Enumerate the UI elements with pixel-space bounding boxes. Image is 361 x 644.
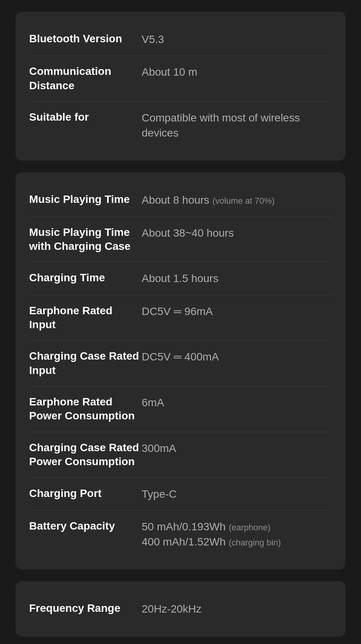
suitable-for-value: Compatible with most of wireless devices [142, 110, 332, 140]
music-playing-time-case-row: Music Playing Time with Charging Case Ab… [29, 217, 332, 263]
frequency-range-label: Frequency Range [29, 601, 142, 615]
charging-bin-note: (charging bin) [229, 538, 281, 547]
charging-case-rated-input-value: DC5V ═ 400mA [142, 349, 332, 364]
charging-port-row: Charging Port Type-C [29, 478, 332, 511]
earphone-rated-input-label: Earphone Rated Input [29, 304, 142, 332]
charging-case-rated-power-label: Charging Case Rated Power Consumption [29, 441, 142, 469]
bluetooth-card: Bluetooth Version V5.3 Communication Dis… [16, 12, 345, 161]
battery-capacity-row: Battery Capacity 50 mAh/0.193Wh (earphon… [29, 511, 332, 558]
frequency-range-row: Frequency Range 20Hz-20kHz [29, 593, 332, 625]
music-playing-time-value: About 8 hours (volume at 70%) [142, 192, 332, 208]
earphone-rated-input-value: DC5V ═ 96mA [142, 304, 332, 319]
charging-case-rated-input-label: Charging Case Rated Input [29, 349, 142, 377]
earphone-rated-input-row: Earphone Rated Input DC5V ═ 96mA [29, 295, 332, 341]
battery-capacity-value: 50 mAh/0.193Wh (earphone) 400 mAh/1.52Wh… [142, 519, 332, 549]
music-playing-time-case-value: About 38~40 hours [142, 225, 332, 241]
frequency-range-value: 20Hz-20kHz [142, 601, 332, 616]
battery-card: Music Playing Time About 8 hours (volume… [16, 172, 345, 570]
charging-case-rated-input-row: Charging Case Rated Input DC5V ═ 400mA [29, 341, 332, 386]
earphone-rated-power-value: 6mA [142, 395, 332, 410]
communication-distance-label: Communication Distance [29, 64, 142, 93]
earphone-note: (earphone) [229, 523, 271, 532]
charging-time-row: Charging Time About 1.5 hours [29, 262, 332, 295]
earphone-rated-power-label: Earphone Rated Power Consumption [29, 395, 142, 423]
charging-port-label: Charging Port [29, 486, 142, 500]
battery-capacity-label: Battery Capacity [29, 519, 142, 533]
bluetooth-version-label: Bluetooth Version [29, 32, 142, 46]
music-playing-time-row: Music Playing Time About 8 hours (volume… [29, 184, 332, 216]
charging-port-value: Type-C [142, 486, 332, 502]
communication-distance-row: Communication Distance About 10 m [29, 56, 332, 102]
music-playing-time-note: (volume at 70%) [212, 196, 274, 206]
charging-time-value: About 1.5 hours [142, 271, 332, 286]
communication-distance-value: About 10 m [142, 64, 332, 80]
charging-case-rated-power-value: 300mA [142, 441, 332, 456]
charging-case-rated-power-row: Charging Case Rated Power Consumption 30… [29, 432, 332, 478]
suitable-for-label: Suitable for [29, 110, 142, 124]
music-playing-time-label: Music Playing Time [29, 192, 142, 206]
charging-time-label: Charging Time [29, 271, 142, 285]
earphone-rated-power-row: Earphone Rated Power Consumption 6mA [29, 386, 332, 432]
bluetooth-version-value: V5.3 [142, 32, 332, 47]
music-playing-time-case-label: Music Playing Time with Charging Case [29, 225, 142, 254]
suitable-for-row: Suitable for Compatible with most of wir… [29, 102, 332, 149]
frequency-card: Frequency Range 20Hz-20kHz [16, 581, 345, 637]
bluetooth-version-row: Bluetooth Version V5.3 [29, 23, 332, 56]
